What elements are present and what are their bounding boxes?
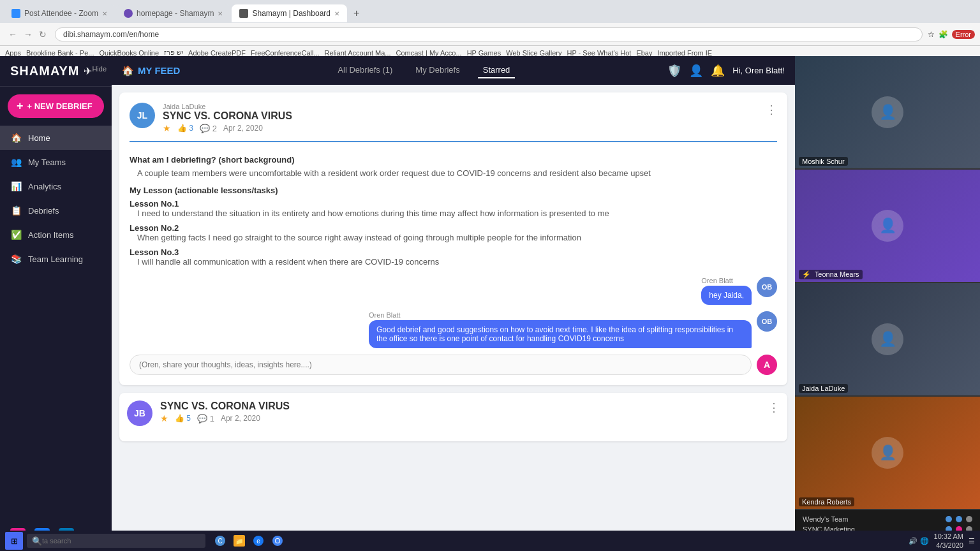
home-icon: 🏠 [10, 132, 22, 143]
new-debrief-label: + NEW DEBRIEF [27, 101, 93, 111]
comment-input[interactable] [130, 355, 752, 375]
avatar-a: A [757, 355, 777, 375]
debrief2-title-area: SYNC VS. CORONA VIRUS ★ 👍 5 💬 1 Apr 2, 2… [160, 400, 761, 423]
person-silhouette-1: 👤 [872, 96, 903, 128]
dashboard-favicon [239, 9, 248, 18]
sidebar-item-action-items[interactable]: ✅ Action Items [0, 223, 112, 247]
debrief1-body: What am I debriefing? (short background)… [130, 141, 777, 375]
tab-all-debriefs[interactable]: All Debriefs (1) [332, 62, 397, 78]
sidebar-item-debriefs[interactable]: 📋 Debriefs [0, 198, 112, 223]
sidebar: SHAMAYM ✈ Hide + + NEW DEBRIEF 🏠 Home 👥 … [0, 56, 112, 551]
sidebar-item-my-teams[interactable]: 👥 My Teams [0, 150, 112, 174]
debrief1-more-button[interactable]: ⋮ [766, 103, 777, 117]
user-icon-button[interactable]: 👤 [689, 64, 703, 78]
bell-icon-button[interactable]: 🔔 [711, 64, 725, 78]
comments-area: OB Oren Blatt hey Jaida, OB Oren Blatt G… [130, 277, 777, 375]
browser-actions: ☆ 🧩 Error [928, 30, 975, 39]
address-bar[interactable]: dibi.shamaym.com/en/home [55, 27, 923, 41]
team-row-wendys: Wendy's Team [803, 515, 972, 523]
bookmark-brookline[interactable]: Brookline Bank - Pe... [26, 49, 94, 57]
bookmark-webslice[interactable]: Web Slice Gallery [506, 49, 561, 57]
debrief1-title[interactable]: SYNC VS. CORONA VIRUS [163, 110, 758, 122]
extensions-icon[interactable]: 🧩 [939, 30, 948, 39]
action-items-icon: ✅ [10, 229, 22, 240]
sidebar-action-items-label: Action Items [28, 230, 74, 240]
lesson-1-text: I need to understand the situation in it… [130, 209, 777, 218]
taskbar-app-icons: C 📁 e [212, 533, 286, 549]
video-name-moshik: Moshik Schur [799, 157, 848, 166]
new-debrief-button[interactable]: + + NEW DEBRIEF [8, 94, 104, 118]
bookmark-star[interactable]: ☆ [928, 30, 935, 39]
sidebar-item-home[interactable]: 🏠 Home [0, 126, 112, 150]
bookmark-quickbooks[interactable]: QuickBooks Online [99, 49, 159, 57]
debrief2-more-button[interactable]: ⋮ [768, 400, 780, 415]
action-center-icon[interactable]: ☰ [969, 537, 975, 545]
tab-zoom-label: Post Attendee - Zoom [24, 9, 98, 18]
tab-dashboard-label: Shamaym | Dashboard [252, 9, 330, 18]
hide-button[interactable]: Hide [92, 65, 107, 73]
tab-zoom-close[interactable]: ✕ [102, 10, 107, 17]
start-button[interactable]: ⊞ [5, 532, 23, 550]
like-icon-2: 👍 5 [175, 414, 191, 423]
taskbar-search[interactable]: 🔍 [27, 534, 205, 548]
svg-text:C: C [218, 538, 222, 545]
tab-starred[interactable]: Starred [478, 62, 516, 78]
taskbar-explorer[interactable]: 📁 [231, 533, 248, 549]
tab-dashboard-close[interactable]: ✕ [334, 10, 339, 17]
taskbar-time: 10:32 AM 4/3/2020 [934, 532, 963, 550]
bookmark-comcast[interactable]: Comcast | My Acco... [396, 49, 462, 57]
bookmark-adobe[interactable]: Adobe CreatePDF [188, 49, 246, 57]
lesson-3-text: I will handle all communication with a r… [130, 257, 777, 267]
bookmark-apps[interactable]: Apps [5, 49, 21, 57]
new-tab-button[interactable]: + [348, 6, 364, 20]
bookmark-ebay[interactable]: Ebay [636, 49, 652, 57]
sidebar-item-team-learning[interactable]: 📚 Team Learning [0, 247, 112, 271]
sidebar-debriefs-label: Debriefs [28, 206, 59, 216]
comment-icon-1: 💬 2 [200, 124, 217, 133]
debrief1-title-area: Jaida LaDuke SYNC VS. CORONA VIRUS ★ 👍 3… [163, 103, 758, 133]
app-header: 🏠 MY FEED All Debriefs (1) My Debriefs S… [112, 56, 795, 85]
debrief1-lesson-label: My Lesson (actionable lessons/tasks) [130, 186, 777, 195]
taskbar-search-input[interactable] [42, 537, 200, 545]
debrief-card-1: JL Jaida LaDuke SYNC VS. CORONA VIRUS ★ … [119, 92, 787, 385]
like-icon-1: 👍 3 [177, 124, 193, 133]
bookmark-hp-games[interactable]: HP Games [467, 49, 501, 57]
dot-wendys-1 [946, 516, 952, 522]
forward-button[interactable]: → [20, 28, 36, 41]
taskbar-ie[interactable]: e [250, 533, 267, 549]
video-tile-jaida: 👤 Jaida LaDuke [795, 283, 980, 397]
main-area: 🏠 MY FEED All Debriefs (1) My Debriefs S… [112, 56, 795, 551]
refresh-button[interactable]: ↻ [36, 28, 50, 41]
avatar-ob-1: OB [757, 277, 777, 297]
bookmark-hp-hot[interactable]: HP - See What's Hot [567, 49, 631, 57]
analytics-icon: 📊 [10, 180, 22, 192]
person-silhouette-3: 👤 [872, 323, 903, 355]
bookmark-imported[interactable]: Imported From IE [657, 49, 712, 57]
tab-dashboard[interactable]: Shamaym | Dashboard ✕ [232, 4, 347, 22]
star-icon-1[interactable]: ★ [163, 123, 171, 133]
user-greeting: Hi, Oren Blatt! [732, 66, 785, 75]
bookmark-freeconf[interactable]: FreeConferenceCall... [251, 49, 320, 57]
comment-1-content: Oren Blatt hey Jaida, [701, 277, 752, 305]
taskbar-chrome[interactable] [269, 533, 286, 549]
comment-2-author: Oren Blatt [369, 311, 752, 319]
dot-wendys-2 [956, 516, 962, 522]
debrief2-title[interactable]: SYNC VS. CORONA VIRUS [160, 400, 761, 412]
shield-icon-button[interactable]: 🛡️ [667, 64, 681, 78]
video-name-kendra: Kendra Roberts [799, 497, 854, 506]
lesson-3-num: Lesson No.3 [130, 247, 777, 257]
taskbar-right: 🔊 🌐 10:32 AM 4/3/2020 ☰ [909, 532, 975, 550]
lesson-3: Lesson No.3 I will handle all communicat… [130, 247, 777, 267]
tab-my-debriefs[interactable]: My Debriefs [410, 62, 464, 78]
logo-text: SHAMAYM [10, 64, 80, 78]
taskbar-cortana[interactable]: C [212, 533, 228, 549]
tab-homepage[interactable]: homepage - Shamaym ✕ [116, 4, 230, 22]
bookmark-reliant[interactable]: Reliant Account Ma... [325, 49, 391, 57]
avatar-jl: JL [130, 103, 155, 128]
person-silhouette-4: 👤 [872, 437, 903, 469]
sidebar-item-analytics[interactable]: 📊 Analytics [0, 174, 112, 198]
star-icon-2[interactable]: ★ [160, 413, 168, 423]
tab-zoom[interactable]: Post Attendee - Zoom ✕ [4, 4, 115, 22]
back-button[interactable]: ← [5, 28, 20, 41]
tab-homepage-close[interactable]: ✕ [218, 10, 223, 17]
